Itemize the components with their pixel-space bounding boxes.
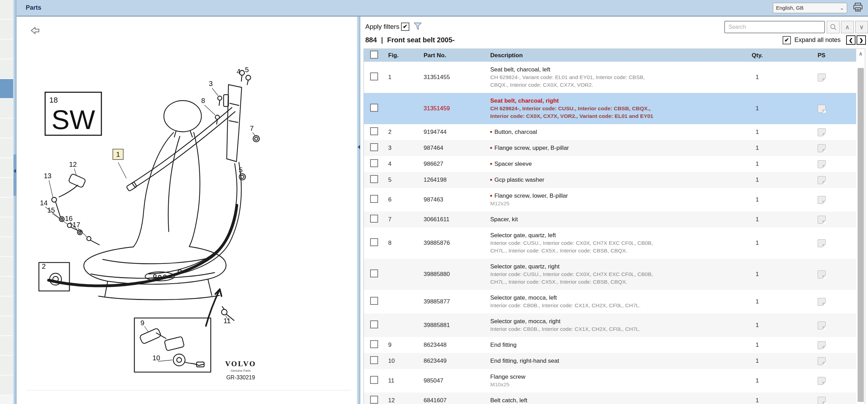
row-checkbox[interactable]	[370, 238, 378, 246]
table-row[interactable]: 39885881Selector gate, mocca, rightInter…	[364, 313, 856, 337]
section-heading: 884|Front seat belt 2005-	[365, 36, 455, 44]
expand-notes-checkbox[interactable]: ✔	[783, 36, 791, 44]
note-icon[interactable]	[818, 196, 826, 204]
note-icon[interactable]	[818, 341, 826, 349]
table-row[interactable]: 4986627Spacer sleeve1	[364, 156, 856, 172]
table-row[interactable]: 839885876Selector gate, quartz, leftInte…	[364, 227, 856, 259]
rail-thumbnail[interactable]	[0, 316, 13, 336]
rail-thumbnail[interactable]	[0, 376, 13, 395]
row-checkbox[interactable]	[370, 215, 378, 223]
collapse-rail-arrow-icon[interactable]	[14, 169, 16, 173]
note-icon[interactable]	[818, 397, 826, 404]
row-checkbox[interactable]	[370, 159, 378, 167]
note-icon[interactable]	[818, 357, 826, 365]
rail-thumbnail[interactable]	[0, 178, 13, 198]
row-checkbox[interactable]	[370, 376, 378, 384]
row-checkbox[interactable]	[370, 195, 378, 203]
scrollbar-thumb[interactable]	[858, 68, 864, 402]
rail-thumbnail[interactable]	[0, 257, 13, 277]
table-row[interactable]: 131351455Seat belt, charcoal, leftCH 629…	[364, 62, 856, 93]
rail-thumbnail[interactable]	[0, 296, 13, 316]
row-checkbox[interactable]	[370, 396, 378, 404]
rail-thumbnail[interactable]	[0, 0, 13, 20]
section-number: 884	[365, 36, 377, 44]
note-icon[interactable]	[818, 239, 826, 247]
table-row[interactable]: 51264198Gcp plastic washer1	[364, 172, 856, 188]
note-icon[interactable]	[818, 144, 826, 152]
part-title: Button, charcoal	[490, 128, 728, 136]
row-checkbox[interactable]	[370, 340, 378, 348]
row-checkbox[interactable]	[370, 297, 378, 305]
rail-thumbnail[interactable]	[0, 99, 13, 119]
note-icon[interactable]	[818, 74, 826, 81]
note-icon[interactable]	[818, 216, 826, 224]
table-row[interactable]: 126841607Belt catch, left1	[364, 393, 856, 404]
rail-thumbnail[interactable]	[0, 237, 13, 257]
rail-thumbnail[interactable]	[0, 198, 13, 217]
row-select-cell	[364, 356, 383, 366]
previous-section-button[interactable]: ❮	[846, 35, 856, 45]
rail-thumbnail[interactable]	[0, 356, 13, 376]
rail-thumbnail[interactable]	[0, 40, 13, 59]
filter-icon[interactable]	[413, 22, 422, 31]
note-icon[interactable]	[818, 270, 826, 278]
select-all-checkbox[interactable]	[370, 51, 378, 59]
table-row[interactable]: 39885880Selector gate, quartz, rightInte…	[364, 259, 856, 290]
table-row[interactable]: 730661611Spacer, kit1	[364, 212, 856, 227]
note-icon[interactable]	[818, 160, 826, 168]
rail-thumbnail[interactable]	[0, 336, 13, 356]
apply-filters-checkbox[interactable]: ✔	[401, 23, 409, 31]
table-row[interactable]: 29194744Button, charcoal1	[364, 124, 856, 140]
rail-thumbnail[interactable]	[0, 20, 13, 40]
language-select[interactable]: English, GB ⌄	[773, 3, 847, 13]
row-checkbox[interactable]	[370, 127, 378, 135]
table-row[interactable]: 11985047Flange screwM10x251	[364, 369, 856, 393]
table-row[interactable]: 3987464Flange screw, upper, B-pillar1	[364, 140, 856, 156]
collapse-pane-arrow-icon[interactable]	[358, 145, 360, 149]
table-scrollbar[interactable]: ∧	[857, 49, 865, 404]
search-button[interactable]	[827, 21, 840, 33]
rail-scroll-thumb[interactable]	[14, 154, 16, 196]
next-section-button[interactable]: ❯	[857, 35, 866, 45]
print-button[interactable]	[853, 2, 863, 14]
row-checkbox[interactable]	[370, 175, 378, 183]
note-icon[interactable]	[818, 128, 826, 136]
callout-highlighted[interactable]: 1	[113, 149, 123, 160]
search-next-button[interactable]: ∨	[855, 21, 868, 33]
table-row[interactable]: 39885877Selector gate, mocca, leftInteri…	[364, 290, 856, 313]
note-icon[interactable]	[818, 105, 826, 113]
row-checkbox[interactable]	[370, 143, 378, 151]
row-select-cell	[364, 238, 383, 248]
row-checkbox[interactable]	[370, 269, 378, 277]
table-row[interactable]: 108623449End fitting, right-hand seat1	[364, 353, 856, 369]
row-checkbox[interactable]	[370, 104, 378, 112]
note-icon[interactable]	[818, 298, 826, 306]
rail-thumbnail[interactable]	[0, 277, 13, 296]
row-checkbox[interactable]	[370, 320, 378, 328]
scroll-up-button[interactable]: ∧	[857, 49, 865, 59]
fig-cell: 2	[383, 129, 418, 136]
ps-cell	[787, 321, 856, 329]
table-row[interactable]: 6987463Flange screw, lower, B-pillarM12x…	[364, 188, 856, 212]
row-select-cell	[364, 376, 383, 386]
row-checkbox[interactable]	[370, 72, 378, 80]
back-arrow-button[interactable]	[29, 25, 42, 36]
rail-thumbnail[interactable]	[0, 138, 13, 158]
search-prev-button[interactable]: ∧	[841, 21, 854, 33]
rail-thumbnail[interactable]	[0, 158, 13, 178]
part-number-cell: 31351459	[418, 105, 490, 112]
part-number-cell: 8623448	[418, 342, 490, 349]
search-group: ∧ ∨	[724, 21, 868, 33]
row-checkbox[interactable]	[370, 356, 378, 364]
search-input[interactable]	[724, 21, 825, 33]
table-row[interactable]: 98623448End fitting1	[364, 337, 856, 353]
rail-thumbnail[interactable]	[0, 79, 13, 99]
rail-thumbnail[interactable]	[0, 59, 13, 79]
note-icon[interactable]	[818, 176, 826, 184]
note-icon[interactable]	[818, 321, 826, 329]
rail-thumbnail[interactable]	[0, 119, 13, 138]
note-icon[interactable]	[818, 377, 826, 385]
fig-cell: 10	[383, 358, 418, 364]
table-row[interactable]: 31351459Seat belt, charcoal, rightCH 629…	[364, 93, 856, 124]
rail-thumbnail[interactable]	[0, 217, 13, 237]
